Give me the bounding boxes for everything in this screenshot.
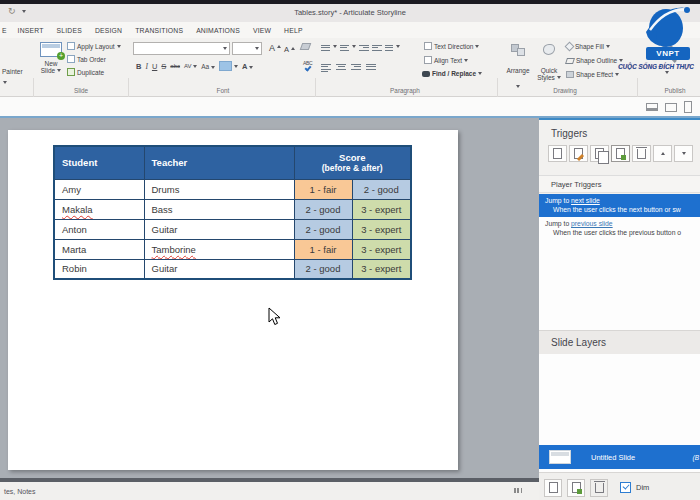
align-left-icon[interactable] xyxy=(321,62,331,72)
cell-score-after: 2 - good xyxy=(352,179,411,199)
quick-styles-label-2: Styles xyxy=(536,74,562,81)
table-header-row: Student Teacher Score (before & after) xyxy=(54,146,411,179)
font-color-button[interactable]: A xyxy=(242,62,253,71)
layer-item-untitled-slide[interactable]: Untitled Slide (B xyxy=(539,445,700,469)
text-direction-button[interactable]: Text Direction xyxy=(424,42,479,50)
ribbon-tab-row: E INSERT SLIDES DESIGN TRANSITIONS ANIMA… xyxy=(0,22,700,38)
cell-score-after: 3 - expert xyxy=(352,199,411,219)
paragraph-row-2 xyxy=(321,62,376,72)
shape-effect-icon xyxy=(566,71,574,78)
strikethrough-button[interactable]: S xyxy=(161,62,166,71)
font-size-select[interactable] xyxy=(232,42,262,55)
move-trigger-down-button[interactable] xyxy=(674,145,693,162)
grow-font-button[interactable]: A xyxy=(269,43,281,53)
delete-layer-button[interactable] xyxy=(590,479,608,497)
align-right-icon[interactable] xyxy=(351,62,361,72)
apply-layout-button[interactable]: Apply Layout xyxy=(67,42,121,50)
new-trigger-button[interactable] xyxy=(548,145,567,162)
shape-fill-button[interactable]: Shape Fill xyxy=(566,43,610,50)
paste-trigger-button[interactable] xyxy=(611,145,630,162)
change-case-button[interactable]: Aa xyxy=(201,63,215,70)
tab-animations[interactable]: ANIMATIONS xyxy=(196,27,240,34)
ribbon-tab-partial[interactable]: E xyxy=(2,27,7,34)
copy-icon xyxy=(595,148,604,159)
shape-outline-button[interactable]: Shape Outline xyxy=(566,57,623,64)
player-triggers-header: Player Triggers xyxy=(539,175,700,193)
edit-trigger-button[interactable] xyxy=(569,145,588,162)
new-layer-button[interactable] xyxy=(544,479,562,497)
shrink-font-button[interactable]: A xyxy=(284,45,295,54)
tab-help[interactable]: HELP xyxy=(284,27,303,34)
phone-view-icon[interactable] xyxy=(684,101,692,113)
cell-score-after: 3 - expert xyxy=(352,259,411,279)
indent-increase-icon[interactable] xyxy=(372,43,382,51)
preview-button[interactable] xyxy=(652,44,682,78)
numbering-icon[interactable] xyxy=(340,43,349,51)
char-spacing-button[interactable]: AV xyxy=(184,63,197,69)
slide-layers-list: Untitled Slide (B xyxy=(539,354,700,472)
duplicate-layer-button[interactable] xyxy=(567,479,585,497)
tab-view[interactable]: VIEW xyxy=(253,27,271,34)
underline-button[interactable]: U xyxy=(152,62,157,71)
line-spacing-icon[interactable] xyxy=(385,43,393,51)
arrange-label: Arrange xyxy=(505,67,531,74)
trigger-target-link[interactable]: next slide xyxy=(571,197,600,204)
tab-insert[interactable]: INSERT xyxy=(18,27,44,34)
align-center-icon[interactable] xyxy=(336,62,346,72)
font-group-label: Font xyxy=(133,87,313,94)
header-teacher: Teacher xyxy=(144,146,294,179)
new-slide-button[interactable]: + New Slide xyxy=(37,42,65,74)
duplicate-button[interactable]: Duplicate xyxy=(67,68,104,76)
header-student: Student xyxy=(54,146,144,179)
indent-decrease-icon[interactable] xyxy=(359,43,369,51)
trigger-jump-next-slide[interactable]: Jump to next slide When the user clicks … xyxy=(539,194,700,217)
arrange-button[interactable]: Arrange xyxy=(505,44,531,92)
subscript-button[interactable]: abc xyxy=(170,63,180,69)
find-replace-button[interactable]: Find / Replace xyxy=(422,70,482,77)
text-direction-icon xyxy=(424,42,432,50)
trigger-target-link[interactable]: previous slide xyxy=(571,220,613,227)
delete-trigger-button[interactable] xyxy=(632,145,651,162)
align-text-icon xyxy=(424,56,432,64)
cell-score-before: 2 - good xyxy=(294,219,352,239)
document-tab-bar: EW 1.5 Untitled Sli... × 1.4 Untitled Sl… xyxy=(0,97,700,118)
arrange-icon xyxy=(511,44,525,56)
window-title: Tables.story* - Articulate Storyline xyxy=(0,8,700,17)
copy-trigger-button[interactable] xyxy=(590,145,609,162)
quick-styles-button[interactable]: Quick Styles xyxy=(536,44,562,81)
highlight-color-button[interactable] xyxy=(219,61,232,71)
trigger-jump-previous-slide[interactable]: Jump to previous slide When the user cli… xyxy=(539,217,700,240)
move-trigger-up-button[interactable] xyxy=(653,145,672,162)
bold-button[interactable]: B xyxy=(136,62,141,71)
tab-slides[interactable]: SLIDES xyxy=(57,27,82,34)
laptop-view-icon[interactable] xyxy=(646,103,658,111)
align-text-button[interactable]: Align Text xyxy=(424,56,468,64)
bullets-icon[interactable] xyxy=(321,43,330,51)
justify-icon[interactable] xyxy=(366,62,376,72)
format-painter-label[interactable]: Painter xyxy=(2,68,23,75)
spellcheck-button[interactable]: ABC xyxy=(303,60,312,70)
dim-checkbox[interactable] xyxy=(620,482,631,493)
slide-canvas[interactable]: Student Teacher Score (before & after) A… xyxy=(0,118,539,478)
mouse-cursor xyxy=(268,307,281,326)
slide-stage[interactable]: Student Teacher Score (before & after) A… xyxy=(8,130,458,470)
table-row: Marta Tamborine 1 - fair 3 - expert xyxy=(54,239,411,259)
header-score: Score (before & after) xyxy=(294,146,411,179)
score-table[interactable]: Student Teacher Score (before & after) A… xyxy=(53,145,412,280)
clear-formatting-icon[interactable] xyxy=(300,43,312,50)
font-name-select[interactable] xyxy=(133,42,230,55)
tab-transitions[interactable]: TRANSITIONS xyxy=(135,27,183,34)
binoculars-icon xyxy=(422,71,430,77)
publish-group-label: Publish xyxy=(645,87,700,94)
tablet-view-icon[interactable] xyxy=(665,103,677,112)
cell-student: Marta xyxy=(54,239,144,259)
table-row: Anton Guitar 2 - good 3 - expert xyxy=(54,219,411,239)
clipboard-dropdown-icon[interactable] xyxy=(3,81,7,84)
cell-score-before: 2 - good xyxy=(294,259,352,279)
table-row: Robin Guitar 2 - good 3 - expert xyxy=(54,259,411,279)
tab-order-button[interactable]: Tab Order xyxy=(67,55,106,63)
italic-button[interactable]: I xyxy=(145,62,148,71)
tab-design[interactable]: DESIGN xyxy=(95,27,122,34)
shape-effect-button[interactable]: Shape Effect xyxy=(566,71,619,78)
cell-score-before: 1 - fair xyxy=(294,179,352,199)
